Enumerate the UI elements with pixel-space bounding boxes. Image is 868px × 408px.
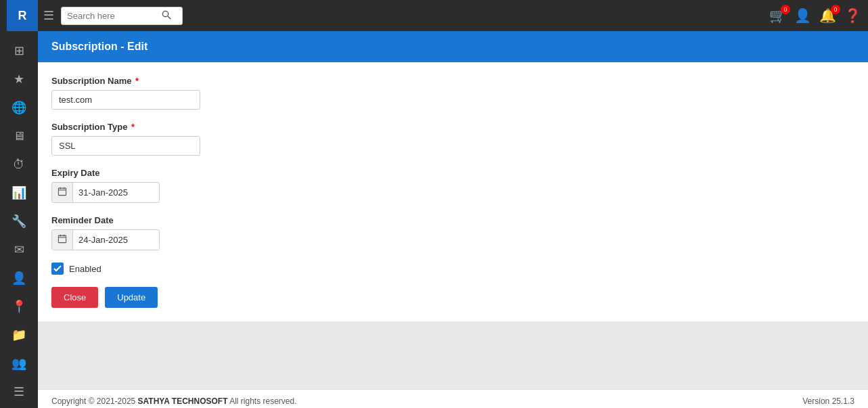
gray-area [38, 321, 868, 389]
reminder-date-wrapper: 24-Jan-2025 [51, 229, 160, 250]
group-icon: 👥 [12, 356, 26, 371]
star-icon: ★ [14, 72, 24, 87]
chart-icon: 📊 [12, 185, 26, 200]
search-box [61, 7, 183, 25]
svg-line-1 [168, 16, 170, 19]
page-header: Subscription - Edit [38, 31, 868, 62]
list-icon: ☰ [14, 384, 24, 399]
required-marker: * [133, 76, 139, 86]
footer-version: Version 25.1.3 [802, 396, 854, 406]
sidebar-item-folder[interactable]: 📁 [0, 321, 38, 349]
clock-icon: ⏱ [13, 158, 25, 172]
sidebar-item-groups[interactable]: 👥 [0, 349, 38, 378]
expiry-date-label: Expiry Date [51, 168, 854, 178]
expiry-date-wrapper: 31-Jan-2025 [51, 182, 160, 203]
help-button[interactable]: ❓ [844, 7, 861, 24]
sidebar-item-chart[interactable]: 📊 [0, 179, 38, 207]
subscription-type-label: Subscription Type * [51, 122, 854, 132]
form-buttons: Close Update [51, 287, 854, 308]
expiry-calendar-button[interactable] [52, 183, 73, 202]
subscription-name-group: Subscription Name * [51, 76, 854, 110]
svg-rect-2 [58, 188, 66, 196]
footer-copyright: Copyright © 2021-2025 SATHYA TECHNOSOFT … [51, 396, 297, 406]
notification-badge: 0 [831, 5, 840, 14]
page-title: Subscription - Edit [51, 41, 147, 52]
expiry-date-value: 31-Jan-2025 [73, 183, 133, 202]
sidebar-item-location[interactable]: 📍 [0, 292, 38, 321]
search-button[interactable] [162, 10, 171, 22]
footer-company: SATHYA TECHNOSOFT [138, 396, 228, 406]
user-icon: 👤 [12, 271, 26, 286]
subscription-name-input[interactable] [51, 90, 200, 110]
sidebar-item-favorites[interactable]: ★ [0, 65, 38, 93]
enabled-checkbox-wrapper: Enabled [51, 263, 854, 275]
cart-button[interactable]: 🛒 0 [769, 7, 786, 24]
mail-icon: ✉ [14, 242, 24, 257]
reminder-date-value: 24-Jan-2025 [73, 231, 133, 249]
subscription-name-label: Subscription Name * [51, 76, 854, 86]
profile-button[interactable]: 👤 [794, 7, 811, 24]
reminder-calendar-button[interactable] [52, 230, 73, 250]
sidebar-toggle-button[interactable]: ☰ [43, 8, 54, 23]
globe-icon: 🌐 [12, 100, 26, 115]
search-input[interactable] [67, 11, 162, 21]
subscription-type-group: Subscription Type * [51, 122, 854, 156]
main-wrapper: Subscription - Edit Subscription Name * … [38, 31, 868, 408]
footer: Copyright © 2021-2025 SATHYA TECHNOSOFT … [38, 389, 868, 408]
location-icon: 📍 [12, 299, 26, 314]
notification-button[interactable]: 🔔 0 [819, 7, 836, 24]
sidebar-item-mail[interactable]: ✉ [0, 235, 38, 264]
update-button[interactable]: Update [105, 287, 158, 308]
sidebar-item-monitor[interactable]: 🖥 [0, 122, 38, 150]
navbar: R ☰ 🛒 0 👤 🔔 0 ❓ [0, 0, 868, 31]
sidebar: ⊞ ★ 🌐 🖥 ⏱ 📊 🔧 ✉ 👤 📍 📁 👥 ☰ [0, 31, 38, 408]
dashboard-icon: ⊞ [14, 43, 24, 58]
enabled-checkbox[interactable] [51, 263, 64, 275]
svg-rect-6 [58, 235, 66, 243]
content-area: Subscription - Edit Subscription Name * … [38, 31, 868, 389]
expiry-date-group: Expiry Date 31-Jan-2025 [51, 168, 854, 203]
sidebar-item-clock[interactable]: ⏱ [0, 150, 38, 179]
required-marker-type: * [129, 122, 135, 132]
cart-badge: 0 [781, 5, 790, 14]
sidebar-item-globe[interactable]: 🌐 [0, 93, 38, 122]
monitor-icon: 🖥 [13, 129, 25, 143]
reminder-date-group: Reminder Date 24-Jan-2025 [51, 215, 854, 250]
sidebar-item-dashboard[interactable]: ⊞ [0, 37, 38, 65]
sidebar-item-tools[interactable]: 🔧 [0, 207, 38, 235]
subscription-type-input[interactable] [51, 136, 200, 156]
sidebar-item-list[interactable]: ☰ [0, 378, 38, 406]
form-body: Subscription Name * Subscription Type * … [38, 62, 868, 321]
svg-point-0 [162, 11, 168, 16]
navbar-right: 🛒 0 👤 🔔 0 ❓ [769, 7, 861, 24]
folder-icon: 📁 [12, 327, 26, 342]
enabled-group: Enabled [51, 263, 854, 275]
enabled-label: Enabled [69, 264, 101, 274]
close-button[interactable]: Close [51, 287, 98, 308]
tool-icon: 🔧 [12, 214, 26, 229]
brand-logo: R [7, 0, 38, 31]
reminder-date-label: Reminder Date [51, 215, 854, 225]
sidebar-item-user[interactable]: 👤 [0, 264, 38, 292]
